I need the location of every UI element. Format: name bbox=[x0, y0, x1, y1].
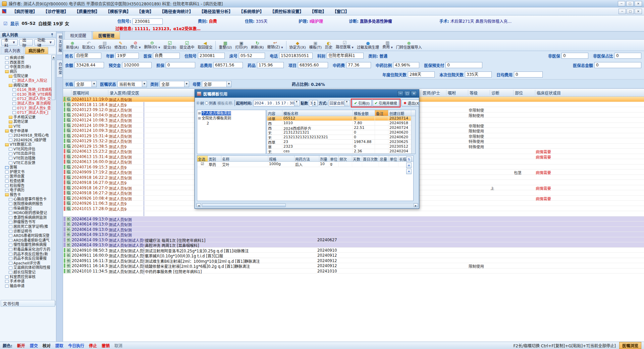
dialog-minimize-button[interactable]: ─ bbox=[397, 91, 404, 96]
tree-item[interactable]: 20240926_I级护理 bbox=[1, 138, 52, 143]
tree-item[interactable]: VTE防治措施 bbox=[1, 156, 52, 161]
toolbar-button-协定方(X)[interactable]: ◆协定方(X) bbox=[288, 41, 308, 50]
main-tab-医嘱管理[interactable]: 医嘱管理 bbox=[93, 31, 120, 39]
tree-item[interactable]: 手术申请 bbox=[1, 279, 52, 284]
order-table-row[interactable]: 长20240614 09:13:06测试人员9/测 bbox=[63, 221, 644, 227]
toolbar-button-门转住医嘱导入[interactable]: ⊕门转住医嘱导入 bbox=[394, 41, 424, 50]
template-col-创建日期[interactable]: 创建日期 bbox=[388, 110, 411, 116]
col-advice[interactable]: 嘱咐 bbox=[446, 90, 467, 95]
tree-item[interactable]: 药品不良反应简要报 bbox=[1, 256, 52, 261]
menu-item[interactable]: 【质量控制】 bbox=[71, 8, 103, 14]
filter-select-医嘱状态[interactable]: 当前有效▼ bbox=[117, 81, 147, 87]
form-field-医保[interactable]: 自费 bbox=[153, 53, 180, 59]
filter-select-类别[interactable]: 全部▼ bbox=[160, 81, 189, 87]
menu-item[interactable]: 【系统维护】 bbox=[236, 8, 267, 14]
grid-row-checkbox[interactable]: ☑ bbox=[197, 162, 208, 167]
tree-item[interactable]: ARDS患者时段情况登 bbox=[1, 234, 52, 238]
tool-icon[interactable]: ✦ bbox=[406, 169, 412, 174]
sidebar-button-出院[interactable]: 出院 bbox=[19, 39, 33, 46]
form-field-年龄[interactable]: 19岁 bbox=[115, 53, 139, 59]
form-field-非医保[interactable]: 0 bbox=[561, 53, 588, 59]
dose-count-stepper[interactable]: 3 ▲▼ bbox=[309, 100, 318, 106]
chevron-down-icon[interactable]: ▼ bbox=[344, 100, 349, 106]
template-col-内容[interactable]: 内容 bbox=[267, 110, 282, 116]
menu-item[interactable]: 【诊疗管理】 bbox=[40, 8, 71, 14]
toolbar-button-历史[interactable]: ◐历史 bbox=[323, 41, 334, 50]
template-row[interactable]: 草2323020230512 bbox=[267, 144, 415, 149]
col-symptom[interactable]: 临床症状或目 bbox=[535, 90, 585, 95]
form-field-电话[interactable]: 15201835051 bbox=[279, 53, 313, 59]
order-table-row[interactable]: 长20240614 09:13:06测试人员9/测 bbox=[63, 227, 644, 232]
tree-item[interactable]: VTE汇总反馈 bbox=[1, 161, 52, 165]
grid-col-剂量[interactable]: 剂量 bbox=[319, 156, 329, 161]
tree-item[interactable]: VTE风险评估 bbox=[1, 147, 52, 152]
tree-item[interactable]: 输血申请 bbox=[1, 284, 52, 289]
form-field-医保预支付[interactable]: 0 bbox=[445, 62, 482, 68]
order-table-row[interactable]: 长20240911 16:14:38测试人员9/测试人员9/硫酸依替米星注射液[… bbox=[63, 263, 644, 268]
menu-item[interactable]: 【模板字典】 bbox=[103, 8, 134, 14]
tree-item[interactable]: 检验报告 bbox=[1, 184, 52, 188]
expand-icon[interactable]: ⊞ bbox=[198, 116, 201, 120]
grid-col-类别[interactable]: 类别 bbox=[208, 156, 221, 161]
document-quote-bar[interactable]: 文书引用 bbox=[1, 300, 55, 307]
grid-data-row[interactable]: ☑草药艾叶1000g后入10g bbox=[197, 162, 413, 167]
col-doctor-nurse[interactable]: 医师/护士 bbox=[421, 90, 445, 95]
tree-item[interactable]: 其他记录 bbox=[1, 119, 52, 124]
col-order-time[interactable]: 医嘱时间 bbox=[71, 90, 108, 95]
col-diagnosis[interactable]: 诊断 bbox=[490, 90, 513, 95]
tree-item[interactable]: 测试人员9_首次病程 bbox=[1, 101, 52, 106]
tree-item[interactable]: 测试人员9_入院记 bbox=[1, 79, 52, 83]
order-table-row[interactable] bbox=[63, 211, 644, 216]
filter-select-母婴[interactable]: 全部▼ bbox=[202, 81, 231, 87]
toolbar-button-修改(E)[interactable]: ✎修改(E) bbox=[113, 41, 129, 50]
toolbar-button-取消(C)[interactable]: ↶取消(C) bbox=[80, 41, 97, 50]
toolbar-button-删除(D)[interactable]: ⊖删除(D) ▼ bbox=[142, 40, 162, 50]
tree-item[interactable]: 食源性疾病病例监测 bbox=[1, 215, 52, 220]
dialog-maximize-button[interactable]: □ bbox=[404, 91, 410, 96]
sidebar-button-功能键[interactable]: 功能键▼ bbox=[34, 39, 55, 46]
tree-item[interactable]: VTE bbox=[1, 124, 52, 129]
order-browse-button[interactable]: 医嘱浏览 bbox=[619, 342, 641, 349]
tree-item[interactable]: 超长住院登记 bbox=[1, 270, 52, 275]
grid-col-长临[interactable]: 长临 bbox=[398, 156, 407, 161]
template-row[interactable]: 西草2319874.8820230625 bbox=[267, 140, 415, 144]
template-col-模板金额[interactable]: 模板金额 bbox=[353, 110, 375, 116]
toolbar-button-重整(U)[interactable]: ▦重整(U) bbox=[217, 41, 233, 50]
toolbar-button-保存(S)[interactable]: ▤保存(S) bbox=[97, 41, 113, 50]
tree-item[interactable]: 药品不良反应报告(新 bbox=[1, 252, 52, 257]
tree-item[interactable]: 护理文书 bbox=[1, 170, 52, 174]
grid-col-频次[interactable]: 频次 bbox=[339, 156, 352, 161]
start-time-picker[interactable]: 2024 . 10 . 15 17 : 30 ▼ bbox=[253, 100, 300, 106]
mdi-minimize-button[interactable]: ─ bbox=[619, 9, 626, 14]
dialog-close-button[interactable]: ✕ bbox=[411, 91, 417, 96]
tree-item[interactable]: 病程记录 bbox=[1, 83, 52, 88]
form-field-担保[interactable]: 0 bbox=[166, 62, 195, 68]
menu-item[interactable]: 【查询】 bbox=[134, 8, 157, 14]
menu-item[interactable]: 【病历管理】 bbox=[9, 8, 40, 14]
grid-col-单位[interactable]: 单位 bbox=[389, 156, 398, 161]
tree-item[interactable]: 电子申请单 bbox=[1, 129, 52, 134]
mode-select[interactable]: 回家自煎 ▼ bbox=[329, 100, 350, 106]
template-row[interactable]: 无ces2.3620240204 bbox=[267, 149, 415, 154]
form-field-床号[interactable]: 05-52 bbox=[239, 53, 265, 59]
form-field-中药比例[interactable]: 43.96% bbox=[393, 62, 419, 68]
dialog-horizontal-scrollbar[interactable]: ◀ ▶ bbox=[196, 203, 418, 207]
tree-item[interactable]: 医师自置 bbox=[1, 174, 52, 179]
sidebar-button-本科[interactable]: 本科▼ bbox=[1, 39, 18, 46]
form-field-药品[interactable]: 175.96 bbox=[257, 62, 284, 68]
grid-col-用药方法[interactable]: 用药方法 bbox=[294, 156, 319, 161]
tree-item[interactable]: 0717_测试人员9_[ bbox=[1, 110, 52, 115]
tree-item[interactable]: ARDS患者俯卧位通气 bbox=[1, 238, 52, 243]
template-col-备注[interactable]: 备注 bbox=[375, 110, 388, 116]
tree-item[interactable]: 0712_测试人员9_交 bbox=[1, 97, 52, 101]
order-table-row[interactable]: 长20240614 09:13:06测试人员9/测 bbox=[63, 216, 644, 222]
grid-col-总量[interactable]: 总量 bbox=[379, 156, 389, 161]
tree-item[interactable]: 医院感染病例报告 bbox=[1, 202, 52, 206]
order-table-row[interactable]: 长20240910 08:50:31测试人员9/测试人员9/测试注射用阿昔洛韦2… bbox=[63, 248, 644, 253]
col-grade[interactable]: 等级 bbox=[468, 90, 489, 95]
form-field-项目[interactable]: 68395.60 bbox=[298, 62, 328, 68]
show-checkbox[interactable]: ☑ bbox=[3, 21, 8, 26]
exit-button[interactable]: ✖ 退出(X) bbox=[401, 100, 419, 106]
scroll-up-icon[interactable]: ▲ bbox=[52, 55, 56, 59]
template-table-scrollbar[interactable] bbox=[411, 116, 415, 154]
